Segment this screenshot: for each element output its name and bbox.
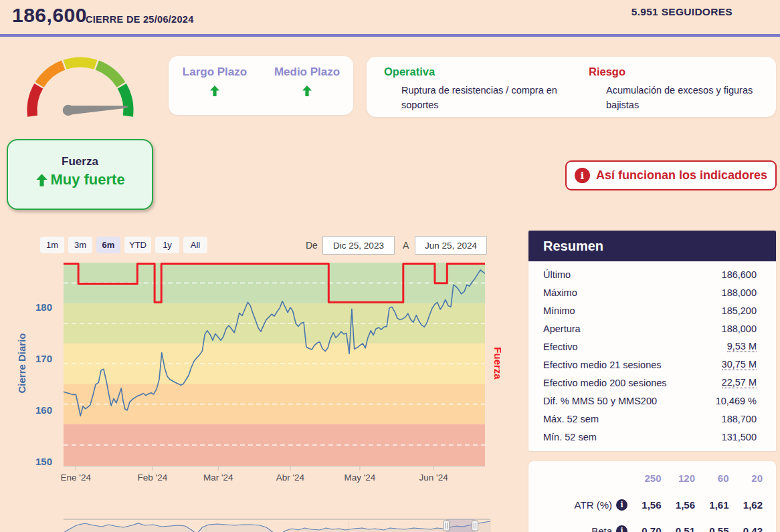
date-from-input[interactable] [322,236,395,255]
x-axis-tick-label: Ene '24 [49,473,102,483]
date-to-input[interactable] [415,236,487,255]
y2-axis-title: Fuerza [492,342,504,385]
up-arrow-icon [209,85,221,97]
range-button-1y[interactable]: 1y [155,237,179,253]
medio-plazo: Medio Plazo [261,56,353,115]
stats-label-text: Beta [591,525,612,532]
resumen-rows: Último186,600Máximo188,000Mínimo185,200A… [528,261,776,451]
resumen-row-value: 22,57 M [722,377,757,388]
x-axis-tick-label: Mar '24 [191,473,245,483]
fuerza-value: Muy fuerte [50,171,124,188]
riesgo-text: Acumulación de excesos y figuras bajista… [606,83,773,113]
resumen-row-label: Mín. 52 sem [543,432,597,442]
range-button-6m[interactable]: 6m [96,237,120,253]
largo-plazo: Largo Plazo [169,56,261,115]
resumen-row-value: 185,200 [722,305,757,316]
resumen-row: Apertura188,000 [528,319,776,338]
resumen-row-value: 188,000 [722,287,757,298]
date-from-label: De [306,240,318,251]
stats-table: 2501206020ATR (%)i1,561,561,611,62Betai0… [528,461,776,532]
resumen-row-label: Dif. % MMS 50 y MMS200 [543,396,657,406]
stats-row: ATR (%)i1,561,561,611,62 [528,492,776,518]
navigator-handle[interactable] [472,521,478,531]
stat-value: 0,55 [695,525,729,532]
resumen-row: Dif. % MMS 50 y MMS20010,469 % [528,392,776,410]
resumen-row-value: 131,500 [722,432,757,442]
info-icon[interactable]: i [616,525,627,532]
stats-row-label: ATR (%)i [528,499,627,511]
date-to-label: A [403,240,409,251]
resumen-row-label: Efectivo medio 21 sesiones [543,360,662,370]
y-axis-tick-label: 160 [23,404,52,416]
resumen-row: Máx. 52 sem188,700 [528,410,776,428]
resumen-row-value: 186,600 [722,269,757,280]
stats-column-header: 20 [729,473,763,484]
resumen-row-label: Último [543,269,571,280]
riesgo-block: Riesgo Acumulación de excesos y figuras … [571,57,776,117]
resumen-row: Mínimo185,200 [528,301,776,319]
range-button-All[interactable]: All [183,237,207,253]
indicators-help-button[interactable]: i Así funcionan los indicadores [565,160,777,190]
resumen-row-label: Apertura [543,323,581,334]
info-icon[interactable]: i [616,499,627,511]
y-axis-tick-label: 180 [23,301,52,313]
stats-column-header: 60 [695,473,729,484]
resumen-row: Máximo188,000 [528,283,776,301]
info-icon: i [575,168,590,183]
stat-value: 0,42 [729,525,763,532]
medio-plazo-label: Medio Plazo [274,65,340,79]
resumen-row-label: Mínimo [543,305,575,316]
stat-value: 0,51 [662,525,696,532]
indicators-help-label: Así funcionan los indicadores [596,168,767,182]
range-selector: 1m3m6mYTD1yAll [40,237,207,253]
stat-value: 1,56 [627,499,662,511]
followers-count: 5.951 SEGUIDORES [631,6,733,18]
x-axis-tick-label: Feb '24 [126,473,179,483]
resumen-row: Mín. 52 sem131,500 [528,428,776,446]
operativa-block: Operativa Ruptura de resistencias / comp… [367,57,571,117]
navigator-handle[interactable] [444,521,450,531]
resumen-title: Resumen [543,239,603,254]
stat-value: 0,70 [627,525,662,532]
stat-value: 1,56 [662,499,696,511]
resumen-header: Resumen [528,231,776,261]
stats-row: Betai0,700,510,550,42 [528,518,776,532]
up-arrow-icon [301,85,313,97]
y-axis-tick-label: 170 [23,353,52,364]
resumen-row: Último186,600 [528,265,776,283]
resumen-row-value: 9,53 M [727,341,757,352]
resumen-panel: Resumen Último186,600Máximo188,000Mínimo… [528,231,776,451]
header-divider [0,34,780,37]
chart-navigator[interactable] [64,515,492,532]
plazo-card: Largo Plazo Medio Plazo [169,56,353,115]
resumen-row: Efectivo medio 21 sesiones30,75 M [528,356,776,374]
fuerza-title: Fuerza [62,155,98,168]
fuerza-card: Fuerza Muy fuerte [7,139,153,210]
up-arrow-icon [35,173,49,187]
resumen-row-label: Máximo [543,287,577,298]
resumen-row-value: 188,700 [722,414,757,424]
resumen-row-label: Efectivo [543,342,578,352]
navigator-selection[interactable] [446,519,475,532]
range-button-YTD[interactable]: YTD [124,237,151,253]
resumen-row: Efectivo medio 200 sesiones22,57 M [528,374,776,392]
riesgo-title: Riesgo [589,65,776,78]
resumen-row-value: 30,75 M [722,359,757,370]
range-button-1m[interactable]: 1m [40,237,64,253]
price-chart[interactable] [64,263,485,471]
operativa-text: Ruptura de resistencias / compra en sopo… [401,83,569,113]
largo-plazo-label: Largo Plazo [183,65,247,79]
stat-value: 1,61 [695,499,729,511]
y-axis-tick-label: 150 [23,456,52,467]
stats-header-row: 2501206020 [528,464,776,492]
operativa-title: Operativa [384,65,571,78]
page: 186,600 CIERRE DE 25/06/2024 5.951 SEGUI… [0,0,780,532]
stats-label-text: ATR (%) [575,499,612,511]
x-axis-tick-label: Abr '24 [264,473,317,483]
x-axis-tick-label: May '24 [333,473,387,483]
operativa-riesgo-card: Operativa Ruptura de resistencias / comp… [367,57,776,117]
range-button-3m[interactable]: 3m [68,237,92,253]
close-date-label: CIERRE DE 25/06/2024 [86,14,194,25]
stats-column-header: 250 [627,473,662,484]
stats-column-header: 120 [662,473,696,484]
